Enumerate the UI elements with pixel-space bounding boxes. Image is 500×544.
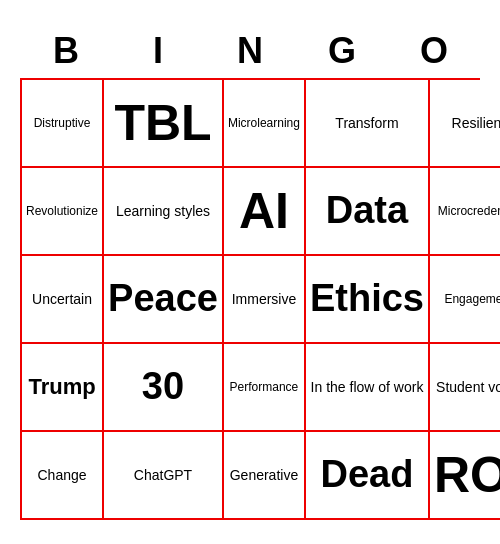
bingo-cell-18: In the flow of work [306, 344, 430, 432]
bingo-header: BINGO [20, 24, 480, 78]
bingo-cell-17: Performance [224, 344, 306, 432]
bingo-cell-22: Generative [224, 432, 306, 520]
bingo-grid: DistruptiveTBLMicrolearningTransformResi… [20, 78, 480, 520]
bingo-cell-12: Immersive [224, 256, 306, 344]
cell-text-11: Peace [108, 276, 218, 322]
bingo-letter-o: O [388, 24, 480, 78]
bingo-cell-23: Dead [306, 432, 430, 520]
bingo-cell-11: Peace [104, 256, 224, 344]
cell-text-0: Distruptive [34, 116, 91, 130]
bingo-cell-2: Microlearning [224, 80, 306, 168]
cell-text-7: AI [239, 181, 289, 241]
bingo-letter-i: I [112, 24, 204, 78]
cell-text-18: In the flow of work [311, 379, 424, 396]
bingo-cell-21: ChatGPT [104, 432, 224, 520]
cell-text-20: Change [38, 467, 87, 484]
cell-text-5: Revolutionize [26, 204, 98, 218]
cell-text-2: Microlearning [228, 116, 300, 130]
cell-text-15: Trump [28, 374, 95, 400]
bingo-letter-g: G [296, 24, 388, 78]
bingo-card: BINGO DistruptiveTBLMicrolearningTransfo… [10, 14, 490, 530]
bingo-cell-7: AI [224, 168, 306, 256]
cell-text-12: Immersive [232, 291, 297, 308]
cell-text-23: Dead [321, 452, 414, 498]
cell-text-4: Resilient [452, 115, 500, 132]
cell-text-8: Data [326, 188, 408, 234]
bingo-cell-16: 30 [104, 344, 224, 432]
bingo-cell-3: Transform [306, 80, 430, 168]
bingo-cell-1: TBL [104, 80, 224, 168]
bingo-cell-10: Uncertain [22, 256, 104, 344]
bingo-cell-4: Resilient [430, 80, 500, 168]
bingo-letter-b: B [20, 24, 112, 78]
cell-text-22: Generative [230, 467, 298, 484]
bingo-cell-19: Student voice [430, 344, 500, 432]
cell-text-6: Learning styles [116, 203, 210, 220]
cell-text-9: Microcredential [438, 204, 500, 218]
bingo-cell-24: ROI [430, 432, 500, 520]
cell-text-19: Student voice [436, 379, 500, 396]
bingo-cell-20: Change [22, 432, 104, 520]
cell-text-16: 30 [142, 364, 184, 410]
bingo-cell-0: Distruptive [22, 80, 104, 168]
cell-text-13: Ethics [310, 276, 424, 322]
cell-text-1: TBL [114, 93, 211, 153]
cell-text-21: ChatGPT [134, 467, 192, 484]
cell-text-24: ROI [434, 445, 500, 505]
cell-text-14: Engagement [444, 292, 500, 306]
bingo-cell-6: Learning styles [104, 168, 224, 256]
bingo-cell-13: Ethics [306, 256, 430, 344]
bingo-cell-5: Revolutionize [22, 168, 104, 256]
bingo-letter-n: N [204, 24, 296, 78]
bingo-cell-15: Trump [22, 344, 104, 432]
cell-text-3: Transform [335, 115, 398, 132]
cell-text-17: Performance [230, 380, 299, 394]
bingo-cell-8: Data [306, 168, 430, 256]
bingo-cell-14: Engagement [430, 256, 500, 344]
cell-text-10: Uncertain [32, 291, 92, 308]
bingo-cell-9: Microcredential [430, 168, 500, 256]
